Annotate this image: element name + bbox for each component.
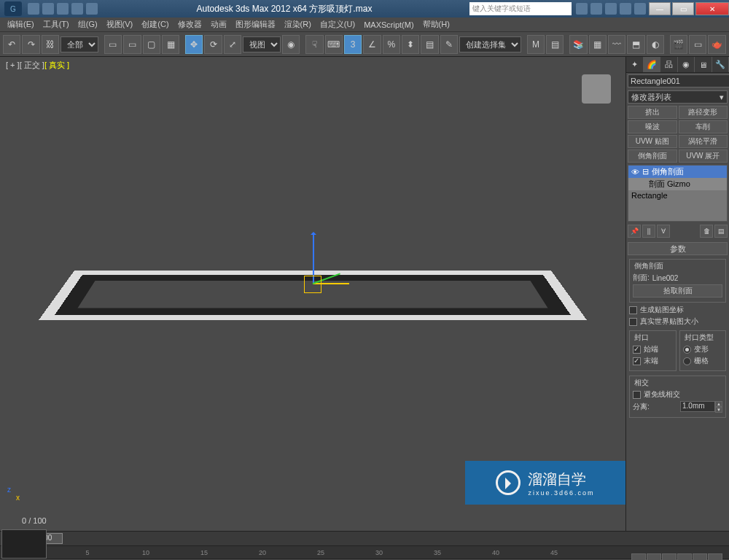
make-unique-button[interactable]: ∀ [657, 225, 670, 238]
preset-uvwunwrap[interactable]: UVW 展开 [679, 149, 728, 163]
menu-views[interactable]: 视图(V) [102, 19, 138, 30]
manipulate-button[interactable]: ☟ [305, 35, 323, 54]
render-frame-button[interactable]: ▭ [689, 35, 706, 54]
named-selection-button[interactable]: ▤ [421, 35, 438, 54]
select-name-button[interactable]: ▭ [123, 35, 141, 54]
menu-rendering[interactable]: 渲染(R) [280, 19, 316, 30]
menu-customize[interactable]: 自定义(U) [316, 19, 359, 30]
preset-bevelprofile[interactable]: 倒角剖面 [628, 149, 677, 163]
schematic-button[interactable]: ⬒ [627, 35, 644, 54]
move-button[interactable]: ✥ [185, 35, 203, 54]
eye-icon[interactable]: 👁 [631, 168, 639, 176]
goto-end-button[interactable] [693, 553, 707, 560]
selection-filter[interactable]: 全部 [61, 36, 98, 52]
show-end-result-button[interactable]: || [642, 225, 655, 238]
titlebar-icon[interactable] [605, 3, 617, 15]
titlebar-icon[interactable] [576, 3, 588, 15]
modifier-stack[interactable]: 👁⊟倒角剖面 剖面 Gizmo Rectangle [628, 165, 728, 222]
redo-button[interactable]: ↷ [22, 35, 39, 54]
titlebar-icon[interactable] [57, 3, 69, 15]
titlebar-icon[interactable] [71, 3, 83, 15]
use-center-button[interactable]: ◉ [282, 35, 300, 54]
select-button[interactable]: ▭ [104, 35, 122, 54]
object-3d[interactable] [58, 228, 568, 359]
menu-tools[interactable]: 工具(T) [39, 19, 74, 30]
cap-start-checkbox[interactable] [633, 346, 641, 354]
cap-grid-radio[interactable] [683, 357, 691, 365]
menu-modifiers[interactable]: 修改器 [174, 19, 206, 30]
modify-tab[interactable]: 🌈 [644, 57, 661, 72]
real-world-checkbox[interactable] [629, 318, 637, 326]
menu-animation[interactable]: 动画 [206, 19, 231, 30]
layer-manager-button[interactable]: 📚 [569, 35, 587, 54]
ref-coord-system[interactable]: 视图 [243, 36, 281, 52]
pick-profile-button[interactable]: 拾取剖面 [633, 284, 722, 298]
menu-graph-editors[interactable]: 图形编辑器 [231, 19, 280, 30]
maximize-button[interactable]: ▭ [672, 2, 694, 15]
prev-frame-button[interactable] [647, 553, 661, 560]
graphite-button[interactable]: ▦ [589, 35, 607, 54]
preset-pathdeform[interactable]: 路径变形 [679, 106, 728, 119]
align-button[interactable]: ▤ [546, 35, 564, 54]
keyboard-shortcuts-button[interactable]: ⌨ [325, 35, 343, 54]
pin-stack-button[interactable]: 📌 [628, 225, 641, 238]
help-search[interactable]: 键入关键字或短语 [469, 2, 572, 15]
gen-map-checkbox[interactable] [629, 306, 637, 314]
time-config-button[interactable] [708, 553, 722, 560]
modifier-list-dropdown[interactable]: 修改器列表▾ [628, 90, 728, 104]
titlebar-icon[interactable] [590, 3, 602, 15]
preset-lathe[interactable]: 车削 [679, 120, 728, 133]
separation-spinner[interactable]: 1.0mm ▲▼ [680, 401, 722, 413]
preset-uvwmap[interactable]: UVW 贴图 [628, 135, 677, 148]
cap-morph-radio[interactable] [683, 346, 691, 354]
material-editor-button[interactable]: ◐ [647, 35, 664, 54]
utilities-tab[interactable]: 🔧 [712, 57, 730, 72]
display-tab[interactable]: 🖥 [695, 57, 712, 72]
motion-tab[interactable]: ◉ [678, 57, 695, 72]
cap-end-checkbox[interactable] [633, 357, 641, 365]
track-bar[interactable]: 051015202530354045 [0, 545, 729, 559]
create-tab[interactable]: ✦ [626, 57, 644, 72]
minimize-button[interactable]: — [649, 2, 671, 15]
scale-button[interactable]: ⤢ [224, 35, 241, 54]
percent-snap-button[interactable]: % [383, 35, 400, 54]
preset-noise[interactable]: 噪波 [628, 120, 677, 133]
time-slider[interactable]: 0 / 100 [0, 531, 729, 545]
spinner-snap-button[interactable]: ⬍ [402, 35, 419, 54]
goto-start-button[interactable] [631, 553, 646, 560]
render-button[interactable]: 🫖 [708, 35, 725, 54]
titlebar-icon[interactable] [634, 3, 646, 15]
viewcube[interactable] [582, 74, 611, 104]
titlebar-icon[interactable] [620, 3, 631, 15]
miniview-icon[interactable] [1, 529, 47, 559]
select-region-button[interactable]: ▢ [143, 35, 160, 54]
menu-maxscript[interactable]: MAXScript(M) [359, 20, 418, 29]
menu-edit[interactable]: 编辑(E) [3, 19, 39, 30]
close-button[interactable]: ✕ [695, 2, 729, 15]
link-button[interactable]: ⛓ [42, 35, 59, 54]
hierarchy-tab[interactable]: 品 [660, 57, 678, 72]
angle-snap-button[interactable]: ∠ [363, 35, 381, 54]
preset-turbosmooth[interactable]: 涡轮平滑 [679, 135, 728, 148]
titlebar-icon[interactable] [42, 3, 54, 15]
undo-button[interactable]: ↶ [3, 35, 20, 54]
menu-group[interactable]: 组(G) [74, 19, 102, 30]
next-frame-button[interactable] [677, 553, 692, 560]
named-selection-dropdown[interactable]: 创建选择集 [459, 36, 521, 52]
menu-create[interactable]: 创建(C) [137, 19, 173, 30]
stack-item-rectangle[interactable]: Rectangle [628, 190, 727, 201]
stack-item-bevelprofile[interactable]: 👁⊟倒角剖面 [628, 166, 727, 178]
object-name-input[interactable] [628, 74, 729, 88]
render-setup-button[interactable]: 🎬 [670, 35, 687, 54]
curve-editor-button[interactable]: 〰 [608, 35, 625, 54]
mirror-button[interactable]: M [527, 35, 545, 54]
play-button[interactable] [662, 553, 677, 560]
titlebar-icon[interactable] [86, 3, 98, 15]
configure-sets-button[interactable]: ▤ [714, 225, 728, 238]
viewport[interactable]: zx 0 / 100 [0, 57, 625, 531]
rollout-params[interactable]: 参数 [628, 242, 728, 255]
preset-extrude[interactable]: 挤出 [628, 106, 677, 119]
menu-help[interactable]: 帮助(H) [418, 19, 454, 30]
titlebar-icon[interactable] [28, 3, 39, 15]
avoid-intersect-checkbox[interactable] [633, 391, 641, 399]
